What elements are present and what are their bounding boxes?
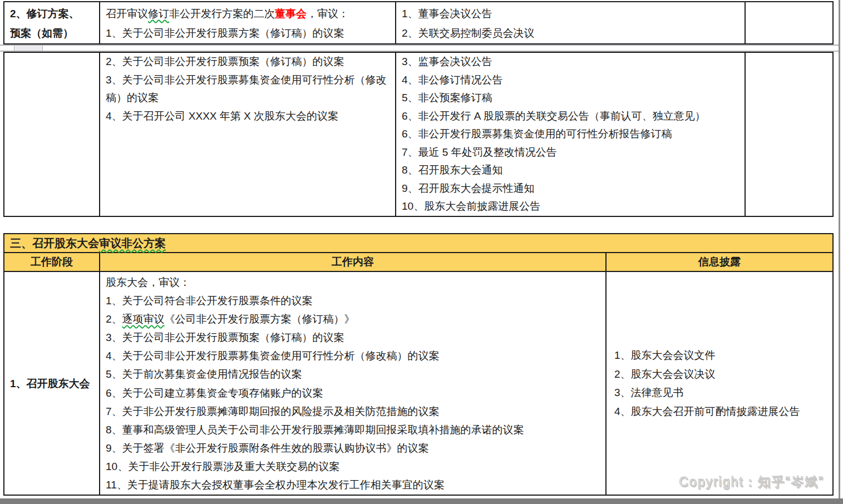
list-item: 10、关于非公开发行股票涉及重大关联交易的议案 xyxy=(106,457,601,476)
page-break-tab xyxy=(14,46,43,51)
table-header-row: 工作阶段 工作内容 信息披露 xyxy=(4,253,832,272)
section-title: 三、召开股东大会 xyxy=(10,237,99,249)
stage-cell: 1、召开股东大会 xyxy=(4,272,99,495)
window-bottom-bar xyxy=(0,498,843,504)
list-item: 6、非公开发行股票募集资金使用的可行性分析报告修订稿 xyxy=(402,125,740,144)
work-content-intro: 召开审议修订非公开发行方案的二次董事会，审议： xyxy=(106,4,391,23)
list-item: 3、监事会决议公告 xyxy=(402,53,740,71)
disclosure-list: 3、监事会决议公告 4、非公修订情况公告 5、非公预案修订稿 6、非公开发行 A… xyxy=(402,53,740,216)
item-text: 《公司非公开发行股票方案（修订稿）》 xyxy=(165,313,355,325)
stage-label: 2、修订方案、预案（如需） xyxy=(10,8,80,39)
list-item: 6、非公开发行 A 股股票的关联交易公告（事前认可、独立意见） xyxy=(402,107,740,126)
list-item: 9、召开股东大会提示性通知 xyxy=(402,180,740,198)
item-text: 2、 xyxy=(106,313,122,325)
document-sheet: 2、修订方案、预案（如需） 召开审议修订非公开发行方案的二次董事会，审议： 1、… xyxy=(0,0,843,504)
section-title-bar: 三、召开股东大会审议非公方案 xyxy=(4,234,832,253)
list-item: 2、逐项审议《公司非公开发行股票方案（修订稿）》 xyxy=(106,310,601,328)
work-content-cell: 股东大会，审议： 1、关于公司符合非公开发行股票条件的议案 2、逐项审议《公司非… xyxy=(99,272,605,495)
stage-cell-empty xyxy=(4,53,99,216)
column-header-work-content: 工作内容 xyxy=(99,253,605,271)
list-item: 4、股东大会召开前可酌情披露进展公告 xyxy=(614,402,828,421)
column-header-stage: 工作阶段 xyxy=(4,253,99,271)
intro-text-red-board: 董事会 xyxy=(275,8,307,19)
list-item: 2、股东大会会议决议 xyxy=(614,365,828,384)
disclosure-list: 1、股东大会会议文件 2、股东大会会议决议 3、法律意见书 4、股东大会召开前可… xyxy=(614,346,828,421)
copyright-watermark: Copyright：知乎“岑斌” xyxy=(679,473,824,491)
window-right-edge xyxy=(839,0,840,498)
disclosure-cell: 1、股东大会会议文件 2、股东大会会议决议 3、法律意见书 4、股东大会召开前可… xyxy=(605,272,832,495)
work-content-cell: 召开审议修订非公开发行方案的二次董事会，审议： 1、关于公司非公开发行股票方案（… xyxy=(99,2,395,43)
list-item: 8、董事和高级管理人员关于公司非公开发行股票摊薄即期回报采取填补措施的承诺的议案 xyxy=(106,421,601,439)
list-item: 2、关联交易控制委员会决议 xyxy=(402,23,740,43)
list-item: 9、关于签署《非公开发行股票附条件生效的股票认购协议书》的议案 xyxy=(106,439,601,457)
list-item: 11、关于提请股东大会授权董事会全权办理本次发行工作相关事宜的议案 xyxy=(106,476,601,494)
disclosure-cell: 3、监事会决议公告 4、非公修订情况公告 5、非公预案修订稿 6、非公开发行 A… xyxy=(395,53,745,216)
intro-text: 非公开发行方案的二次 xyxy=(169,8,275,19)
table-body-row: 1、召开股东大会 股东大会，审议： 1、关于公司符合非公开发行股票条件的议案 2… xyxy=(4,272,832,495)
list-item: 4、关于公司非公开发行股票募集资金使用可行性分析（修改稿）的议案 xyxy=(106,347,601,365)
list-item: 3、关于公司非公开发行股票预案（修订稿）的议案 xyxy=(106,328,601,347)
list-item: 3、关于公司非公开发行股票募集资金使用可行性分析（修改稿）的议案 xyxy=(106,71,391,107)
table-revision-plan-row: 2、修订方案、预案（如需） 召开审议修订非公开发行方案的二次董事会，审议： 1、… xyxy=(3,1,834,45)
list-item: 1、股东大会会议文件 xyxy=(614,346,828,365)
list-item: 4、关于召开公司 XXXX 年第 X 次股东大会的议案 xyxy=(106,107,391,126)
disclosure-cell: 1、董事会决议公告 2、关联交易控制委员会决议 xyxy=(395,2,745,43)
stage-cell: 2、修订方案、预案（如需） xyxy=(4,2,99,43)
list-item: 5、关于前次募集资金使用情况报告的议案 xyxy=(106,365,601,383)
work-content-cell: 2、关于公司非公开发行股票预案（修订稿）的议案 3、关于公司非公开发行股票募集资… xyxy=(99,53,395,216)
list-item: 1、关于公司非公开发行股票方案（修订稿）的议案 xyxy=(106,23,391,43)
intro-text: ，审议： xyxy=(307,8,349,19)
list-item: 4、非公修订情况公告 xyxy=(402,71,740,90)
stage-label: 1、召开股东大会 xyxy=(10,374,90,393)
item-text-squiggle: 逐项审议 xyxy=(122,313,165,325)
page-break-divider xyxy=(0,45,840,52)
list-item: 5、非公预案修订稿 xyxy=(402,89,740,107)
column-header-disclosure: 信息披露 xyxy=(605,253,832,271)
list-item: 6、关于公司建立募集资金专项存储账户的议案 xyxy=(106,384,601,402)
empty-cell xyxy=(745,2,832,43)
list-item: 2、关于公司非公开发行股票预案（修订稿）的议案 xyxy=(106,53,391,71)
list-item: 7、关于非公开发行股票摊薄即期回报的风险提示及相关防范措施的议案 xyxy=(106,402,601,421)
list-item: 7、最近 5 年处罚及整改情况公告 xyxy=(402,144,740,162)
work-content-list: 2、关于公司非公开发行股票预案（修订稿）的议案 3、关于公司非公开发行股票募集资… xyxy=(106,53,391,125)
list-item: 1、董事会决议公告 xyxy=(402,4,740,23)
list-item: 1、关于公司符合非公开发行股票条件的议案 xyxy=(106,291,601,310)
empty-cell xyxy=(745,53,832,216)
table-revision-plan-continued: 2、关于公司非公开发行股票预案（修订稿）的议案 3、关于公司非公开发行股票募集资… xyxy=(3,52,834,217)
list-item: 3、法律意见书 xyxy=(614,383,828,402)
work-content-intro: 股东大会，审议： xyxy=(106,273,601,291)
intro-text-squiggle: 修订 xyxy=(148,8,169,19)
section-title-squiggle: 审议非公方案 xyxy=(99,237,166,249)
work-content-list: 1、关于公司符合非公开发行股票条件的议案 2、逐项审议《公司非公开发行股票方案（… xyxy=(106,291,601,494)
table-section-three: 三、召开股东大会审议非公方案 工作阶段 工作内容 信息披露 1、召开股东大会 股… xyxy=(3,233,834,496)
intro-text: 召开审议 xyxy=(106,8,148,19)
list-item: 10、股东大会前披露进展公告 xyxy=(402,197,740,216)
list-item: 8、召开股东大会通知 xyxy=(402,161,740,180)
